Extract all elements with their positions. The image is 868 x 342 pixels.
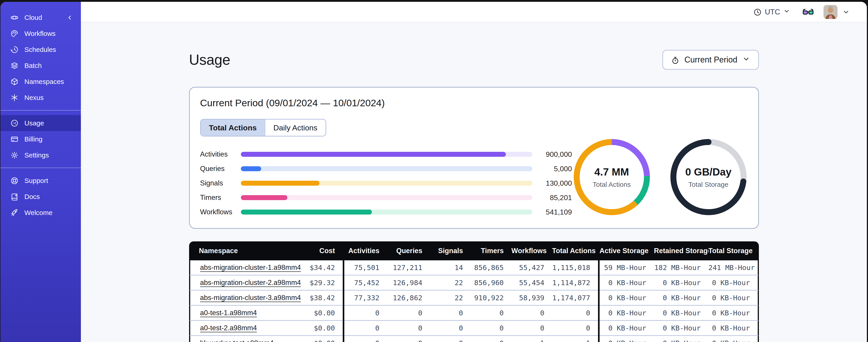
column-group-separator: [343, 241, 344, 260]
workflows-icon: [10, 30, 19, 38]
table-cell: 126,984: [387, 275, 430, 290]
column-header-total-actions: Total Actions: [552, 241, 598, 260]
stopwatch-icon: [671, 56, 679, 64]
sidebar-item-usage[interactable]: Usage: [0, 115, 81, 131]
bar-row-signals: Signals130,000: [200, 178, 572, 188]
support-icon: [10, 177, 19, 185]
column-header-namespace: Namespace: [189, 241, 302, 260]
table-cell: 14: [430, 260, 471, 275]
sidebar-item-workflows[interactable]: Workflows: [0, 26, 81, 41]
namespace-link[interactable]: abs-migration-cluster-2.a98mm4: [200, 279, 301, 286]
sidebar-collapse-chevron-icon[interactable]: [66, 9, 73, 26]
table-cell: 0: [344, 321, 387, 336]
donut-subtitle: Total Storage: [688, 181, 728, 189]
bar-track: [241, 181, 532, 186]
bar-value: 5,000: [532, 165, 572, 173]
usage-donut-charts: 4.7 MMTotal Actions0 GB/DayTotal Storage: [572, 137, 748, 217]
table-cell: 0: [471, 306, 512, 321]
table-cell: 58,939: [512, 290, 552, 306]
table-cell: 1: [552, 336, 598, 342]
sidebar-divider: [0, 168, 81, 168]
table-cell: 856,865: [471, 260, 512, 275]
table-cell: 126,862: [387, 290, 430, 306]
glasses-icon[interactable]: [802, 6, 814, 18]
usage-summary-card: Current Period (09/01/2024 — 10/01/2024)…: [189, 87, 759, 229]
sidebar-item-batch[interactable]: Batch: [0, 58, 81, 73]
tab-daily-actions[interactable]: Daily Actions: [265, 119, 326, 136]
bar-fill: [241, 166, 261, 171]
table-cell: 0: [387, 336, 430, 342]
table-cell: 0: [552, 321, 598, 336]
sidebar-item-label: Settings: [24, 151, 49, 159]
table-cell: 0: [387, 321, 430, 336]
schedules-icon: [10, 45, 19, 54]
table-cell: 0 KB-Hour: [709, 306, 759, 321]
column-group-separator: [343, 306, 344, 321]
table-cell: 0: [552, 306, 598, 321]
table-cell: 55,427: [512, 260, 552, 275]
content-scroll-area[interactable]: Usage Current Period Current Period (09/…: [81, 22, 867, 342]
table-row: abs-migration-cluster-2.a98mm4$29.3275,4…: [189, 275, 759, 290]
table-cell: 0: [430, 321, 471, 336]
table-cell: 0 KB-Hour: [654, 336, 709, 342]
sidebar-item-support[interactable]: Support: [0, 173, 81, 189]
table-cell: 22: [430, 290, 471, 306]
settings-icon: [10, 151, 19, 159]
column-header-activities: Activities: [344, 241, 387, 260]
table-cell: 0: [344, 336, 387, 342]
table-cell: 0: [430, 336, 471, 342]
sidebar-item-nexus[interactable]: Nexus: [0, 90, 81, 106]
bar-track: [241, 210, 532, 214]
namespaces-icon: [10, 78, 19, 86]
namespace-link[interactable]: abs-migration-cluster-3.a98mm4: [200, 294, 301, 302]
table-cell: 856,960: [471, 275, 512, 290]
donut-value: 4.7 MM: [594, 166, 629, 178]
namespace-link[interactable]: a0-test-2.a98mm4: [200, 324, 257, 332]
welcome-icon: [10, 209, 19, 217]
table-cell: 77,332: [344, 290, 387, 306]
sidebar-item-label: Welcome: [24, 209, 53, 216]
table-cell: 910,922: [471, 290, 512, 306]
bar-label: Timers: [200, 194, 241, 202]
tab-total-actions[interactable]: Total Actions: [201, 119, 265, 136]
table-cell: 182 MB-Hour: [654, 260, 709, 275]
table-cell: $0.00: [302, 321, 343, 336]
table-row: abs-migration-cluster-1.a98mm4$34.4275,5…: [189, 260, 759, 275]
table-cell: 127,211: [387, 260, 430, 275]
topbar: UTC: [81, 2, 867, 22]
table-cell: $29.32: [302, 275, 343, 290]
table-cell: 22: [430, 275, 471, 290]
table-cell: 1: [512, 336, 552, 342]
page-title: Usage: [189, 52, 230, 68]
table-cell: 75,501: [344, 260, 387, 275]
sidebar-item-label: Namespaces: [24, 78, 64, 86]
namespace-link[interactable]: a0-test-1.a98mm4: [200, 309, 257, 317]
period-selector-button[interactable]: Current Period: [662, 50, 758, 70]
sidebar-item-settings[interactable]: Settings: [0, 147, 81, 163]
sidebar-item-namespaces[interactable]: Namespaces: [0, 73, 81, 90]
table-cell: 241 MB-Hour: [709, 260, 759, 275]
donut-total-actions: 4.7 MMTotal Actions: [572, 137, 652, 217]
sidebar-item-billing[interactable]: Billing: [0, 131, 81, 147]
donut-value: 0 GB/Day: [685, 166, 732, 178]
bar-label: Workflows: [200, 208, 241, 216]
column-group-separator: [343, 321, 344, 336]
sidebar-item-label: Support: [24, 177, 48, 184]
timezone-selector[interactable]: UTC: [753, 8, 790, 16]
user-avatar[interactable]: [824, 5, 837, 19]
sidebar-item-docs[interactable]: Docs: [0, 189, 81, 205]
sidebar-item-schedules[interactable]: Schedules: [0, 41, 81, 58]
namespace-link[interactable]: bk-worker-test.a98mm4: [200, 339, 274, 342]
namespace-link[interactable]: abs-migration-cluster-1.a98mm4: [200, 264, 301, 271]
account-menu-chevron-icon[interactable]: [842, 8, 850, 15]
sidebar-item-welcome[interactable]: Welcome: [0, 205, 81, 220]
column-header-workflows: Workflows: [512, 241, 552, 260]
sidebar-item-label: Schedules: [24, 46, 56, 54]
table-row: bk-worker-test.a98mm4$0.000000110 KB-Hou…: [189, 336, 759, 342]
actions-tab-group: Total ActionsDaily Actions: [200, 119, 326, 136]
table-cell: 55,454: [512, 275, 552, 290]
sidebar-item-cloud[interactable]: Cloud: [0, 9, 81, 26]
chevron-down-icon: [783, 8, 790, 16]
sidebar-item-label: Usage: [24, 119, 44, 127]
table-cell: 0 KB-Hour: [599, 321, 654, 336]
